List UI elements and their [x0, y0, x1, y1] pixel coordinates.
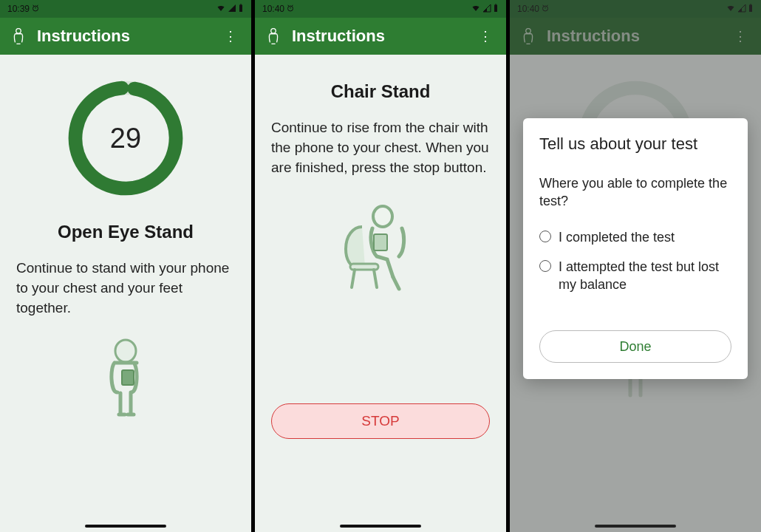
dialog-title: Tell us about your test [539, 134, 731, 154]
svg-line-20 [374, 270, 377, 287]
battery-icon [238, 4, 244, 15]
status-time: 10:40 [262, 4, 284, 14]
status-time: 10:39 [7, 4, 30, 14]
app-logo-icon [9, 27, 28, 46]
svg-line-23 [393, 277, 399, 289]
svg-rect-5 [240, 4, 242, 4]
radio-label: I attempted the test but lost my balance [559, 258, 731, 294]
svg-line-14 [292, 5, 293, 6]
svg-point-6 [16, 29, 21, 34]
done-button[interactable]: Done [539, 330, 731, 363]
dialog-question: Where you able to complete the test? [539, 174, 731, 211]
svg-point-17 [271, 29, 276, 34]
exercise-title: Open Eye Stand [16, 222, 235, 242]
svg-rect-4 [239, 4, 242, 12]
radio-option-lost-balance[interactable]: I attempted the test but lost my balance [539, 258, 731, 294]
radio-icon [539, 260, 551, 272]
svg-rect-15 [494, 4, 497, 12]
stop-button[interactable]: STOP [271, 403, 490, 439]
svg-line-19 [352, 270, 355, 287]
screen-content: 29 Open Eye Stand Continue to stand with… [0, 55, 251, 520]
alarm-icon [286, 4, 295, 15]
home-indicator[interactable] [85, 525, 166, 528]
screen-content: Chair Stand Continue to rise from the ch… [255, 55, 506, 520]
svg-point-8 [67, 80, 184, 197]
overflow-menu-button[interactable]: ⋮ [473, 22, 497, 50]
exercise-title: Chair Stand [271, 81, 490, 102]
svg-line-13 [288, 5, 290, 6]
signal-icon [228, 4, 236, 15]
page-title: Instructions [37, 27, 209, 46]
app-logo-icon [264, 27, 283, 46]
page-title: Instructions [292, 27, 464, 46]
nav-bar [0, 520, 251, 532]
svg-point-9 [115, 340, 136, 362]
battery-icon [493, 4, 499, 15]
status-bar: 10:40 [255, 0, 506, 18]
home-indicator[interactable] [340, 525, 421, 528]
app-bar: Instructions ⋮ [255, 18, 506, 55]
svg-line-3 [37, 5, 38, 6]
screen-test-feedback-dialog: 10:40 Instructions ⋮ [510, 0, 761, 532]
screen-open-eye-stand: 10:39 Instructions ⋮ 29 Open [0, 0, 251, 532]
test-feedback-dialog: Tell us about your test Where you able t… [523, 118, 748, 379]
alarm-icon [31, 4, 40, 15]
standing-figure-icon [16, 338, 235, 419]
svg-rect-22 [374, 234, 387, 250]
wifi-icon [216, 4, 226, 15]
overflow-menu-button[interactable]: ⋮ [218, 22, 242, 50]
nav-bar [255, 520, 506, 532]
signal-icon [482, 4, 491, 15]
wifi-icon [471, 4, 481, 15]
svg-line-2 [33, 5, 35, 6]
svg-rect-16 [495, 4, 496, 4]
app-bar: Instructions ⋮ [0, 18, 251, 55]
radio-icon [539, 231, 551, 242]
svg-rect-10 [122, 370, 134, 385]
status-bar: 10:39 [0, 0, 251, 18]
exercise-instructions: Continue to rise from the chair with the… [271, 118, 490, 178]
screen-chair-stand: 10:40 Instructions ⋮ Chair Stand Continu… [255, 0, 506, 532]
radio-option-completed[interactable]: I completed the test [539, 228, 731, 246]
sitting-figure-icon [271, 197, 490, 293]
countdown-ring: 29 [63, 75, 188, 201]
exercise-instructions: Continue to stand with your phone to you… [16, 259, 235, 318]
radio-label: I completed the test [559, 228, 675, 246]
svg-point-21 [373, 206, 392, 227]
